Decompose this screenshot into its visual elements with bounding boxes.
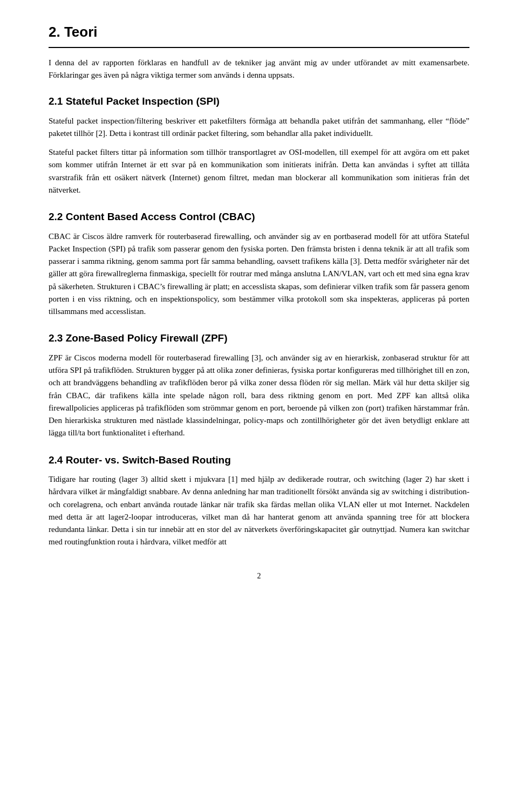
section-2-1-para-2: Stateful packet filters tittar på inform… xyxy=(49,146,469,196)
section-2-2-para-1: CBAC är Ciscos äldre ramverk för routerb… xyxy=(49,230,469,318)
section-2-3-para-1: ZPF är Ciscos moderna modell för routerb… xyxy=(49,352,469,440)
section-2-1-para-1: Stateful packet inspection/filtering bes… xyxy=(49,115,469,140)
section-title-2-2: 2.2 Content Based Access Control (CBAC) xyxy=(49,209,469,225)
intro-paragraph: I denna del av rapporten förklaras en ha… xyxy=(49,57,469,81)
section-title-2-1: 2.1 Stateful Packet Inspection (SPI) xyxy=(49,94,469,110)
section-title-2-4: 2.4 Router- vs. Switch-Based Routing xyxy=(49,453,469,468)
page-number: 2 xyxy=(49,570,469,582)
page: 2. Teori I denna del av rapporten förkla… xyxy=(0,0,518,812)
section-2-4-para-1: Tidigare har routing (lager 3) alltid sk… xyxy=(49,473,469,549)
chapter-title: 2. Teori xyxy=(49,22,469,48)
section-title-2-3: 2.3 Zone-Based Policy Firewall (ZPF) xyxy=(49,331,469,346)
